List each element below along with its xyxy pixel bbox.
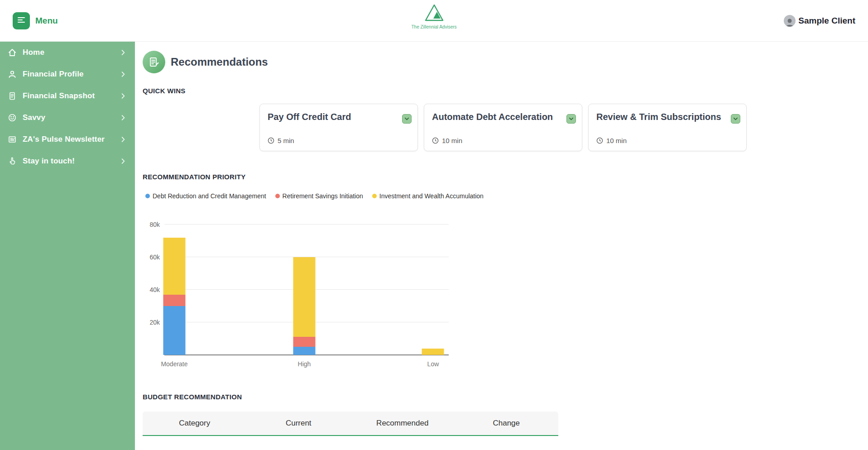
home-icon: [7, 48, 17, 57]
menu-icon: [17, 15, 26, 26]
bar-high: [293, 257, 315, 355]
quick-wins-label: QUICK WINS: [143, 87, 868, 95]
bar-segment: [163, 306, 185, 355]
person-icon: [7, 69, 17, 79]
sidebar-item-label: Home: [23, 48, 44, 57]
card-duration: 10 min: [432, 137, 560, 144]
bar-moderate: [163, 238, 185, 355]
chevron-right-icon: [120, 92, 127, 100]
table-header-cell: Recommended: [350, 412, 455, 435]
recommendations-icon: [143, 51, 165, 73]
body-row: HomeFinancial ProfileFinancial SnapshotS…: [0, 42, 868, 450]
bar-low: [422, 349, 444, 355]
clock-icon: [432, 137, 439, 144]
main-content: Recommendations QUICK WINS Pay Off Credi…: [135, 42, 868, 450]
expand-button[interactable]: [731, 114, 740, 124]
bar-segment: [293, 257, 315, 337]
sidebar-item-label: Financial Snapshot: [23, 91, 95, 101]
brand-logo: The Zillennial Advisers: [411, 4, 456, 29]
page-title-row: Recommendations: [143, 51, 868, 73]
legend-item[interactable]: Retirement Savings Initiation: [275, 192, 363, 200]
app-root: Menu The Zillennial Advisers Sample Clie…: [0, 0, 868, 450]
legend-dot: [275, 194, 280, 198]
menu-label[interactable]: Menu: [35, 16, 58, 26]
budget-section: BUDGET RECOMMENDATION CategoryCurrentRec…: [143, 393, 868, 442]
plot-area: ModerateHighLow: [164, 225, 449, 355]
sidebar-item-financial-profile[interactable]: Financial Profile: [0, 63, 135, 85]
smiley-icon: [7, 113, 17, 123]
chevron-right-icon: [120, 114, 127, 121]
x-tick-label: High: [298, 360, 311, 368]
chevron-right-icon: [120, 49, 127, 56]
card-duration: 5 min: [268, 137, 396, 144]
bar-segment: [293, 347, 315, 355]
gridline: [164, 224, 449, 225]
page-title: Recommendations: [171, 56, 268, 68]
card-title: Review & Trim Subscriptions: [596, 112, 724, 122]
sidebar-item-label: Financial Profile: [23, 70, 84, 79]
quick-win-card-automate-debt-acceleration[interactable]: Automate Debt Acceleration 10 min: [424, 104, 582, 151]
legend-dot: [372, 194, 377, 198]
card-duration: 10 min: [596, 137, 724, 144]
legend-label: Retirement Savings Initiation: [283, 192, 363, 200]
document-icon: [7, 91, 17, 101]
newsletter-icon: [7, 134, 17, 144]
chevron-down-icon: [733, 116, 738, 121]
x-tick-label: Low: [427, 360, 439, 368]
brand-name: The Zillennial Advisers: [411, 24, 456, 29]
sidebar-item-label: Stay in touch!: [23, 157, 75, 166]
sidebar-item-home[interactable]: Home: [0, 42, 135, 63]
quick-win-card-pay-off-credit-card[interactable]: Pay Off Credit Card 5 min: [259, 104, 418, 151]
sidebar-item-savvy[interactable]: Savvy: [0, 107, 135, 129]
table-header-cell: Change: [455, 412, 559, 435]
clock-icon: [596, 137, 603, 144]
quick-wins-cards: Pay Off Credit Card 5 min Automate Debt …: [259, 104, 868, 151]
chevron-right-icon: [120, 71, 127, 78]
sidebar-item-za-s-pulse-newsletter[interactable]: ZA's Pulse Newsletter: [0, 129, 135, 150]
table-row-partial: [143, 436, 558, 442]
avatar: [784, 15, 796, 27]
x-tick-label: Moderate: [161, 360, 187, 368]
triangle-logo-icon: [423, 4, 444, 24]
chevron-right-icon: [120, 158, 127, 165]
clock-icon: [268, 137, 274, 144]
user-menu[interactable]: Sample Client: [784, 15, 855, 27]
menu-button[interactable]: [13, 12, 30, 29]
y-axis-labels: 20k40k60k80k: [143, 225, 163, 355]
bar-segment: [163, 295, 185, 306]
y-tick-label: 60k: [149, 254, 160, 261]
y-tick-label: 40k: [149, 286, 160, 293]
legend-label: Investment and Wealth Accumulation: [379, 192, 484, 200]
legend-label: Debt Reduction and Credit Management: [153, 192, 266, 200]
bar-segment: [163, 238, 185, 295]
bar-segment: [293, 337, 315, 347]
budget-label: BUDGET RECOMMENDATION: [143, 393, 868, 401]
user-name: Sample Client: [798, 16, 855, 26]
sidebar-item-stay-in-touch[interactable]: Stay in touch!: [0, 150, 135, 172]
legend-dot: [145, 194, 150, 198]
priority-chart: 20k40k60k80k ModerateHighLow: [143, 225, 868, 374]
chevron-down-icon: [569, 116, 574, 121]
sidebar-item-financial-snapshot[interactable]: Financial Snapshot: [0, 85, 135, 107]
priority-label: RECOMMENDATION PRIORITY: [143, 173, 868, 181]
card-title: Automate Debt Acceleration: [432, 112, 560, 122]
legend-item[interactable]: Investment and Wealth Accumulation: [372, 192, 484, 200]
table-header-cell: Current: [247, 412, 351, 435]
y-tick-label: 80k: [149, 221, 160, 228]
card-title: Pay Off Credit Card: [268, 112, 396, 122]
top-header: Menu The Zillennial Advisers Sample Clie…: [0, 0, 868, 42]
menu-area: Menu: [13, 12, 58, 29]
sidebar: HomeFinancial ProfileFinancial SnapshotS…: [0, 42, 135, 450]
chevron-right-icon: [120, 136, 127, 143]
expand-button[interactable]: [566, 114, 576, 124]
expand-button[interactable]: [402, 114, 412, 124]
y-tick-label: 20k: [149, 319, 160, 326]
chart-legend: Debt Reduction and Credit ManagementReti…: [145, 192, 868, 200]
table-header-cell: Category: [143, 412, 247, 435]
chevron-down-icon: [404, 116, 409, 121]
legend-item[interactable]: Debt Reduction and Credit Management: [145, 192, 266, 200]
quick-win-card-review-trim-subscriptions[interactable]: Review & Trim Subscriptions 10 min: [588, 104, 747, 151]
budget-table-header: CategoryCurrentRecommendedChange: [143, 412, 558, 436]
bar-segment: [422, 349, 444, 355]
sidebar-item-label: ZA's Pulse Newsletter: [23, 135, 105, 144]
